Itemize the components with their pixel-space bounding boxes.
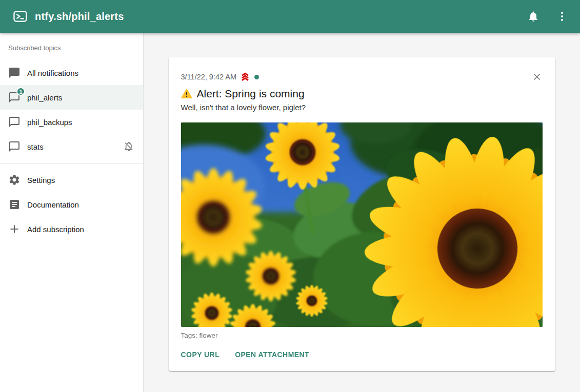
- plus-icon: [8, 223, 21, 235]
- notification-header: 3/11/22, 9:42 AM: [181, 71, 543, 83]
- notification-actions: COPY URL OPEN ATTACHMENT: [181, 346, 543, 363]
- appbar-actions: [527, 10, 569, 23]
- notification-title: Alert: Spring is coming: [197, 87, 305, 101]
- article-icon: [8, 198, 21, 211]
- sidebar-item-label: phil_alerts: [27, 93, 62, 102]
- bell-off-icon: [123, 140, 135, 153]
- notification-card: 3/11/22, 9:42 AM Alert: Spring is coming…: [169, 57, 555, 371]
- page-title: ntfy.sh/phil_alerts: [35, 11, 124, 23]
- sidebar-item-label: stats: [27, 142, 44, 151]
- notification-body: Well, isn't that a lovely flower, piglet…: [181, 102, 543, 113]
- warning-emoji-icon: [181, 88, 192, 99]
- sidebar-item-stats[interactable]: stats: [0, 134, 143, 159]
- sidebar-item-phil-alerts[interactable]: 1 phil_alerts: [0, 85, 143, 110]
- sidebar-item-label: Documentation: [27, 200, 79, 209]
- gear-icon: [8, 174, 21, 186]
- chat-bubble-outline-icon: 1: [8, 91, 21, 104]
- close-icon[interactable]: [531, 71, 543, 83]
- bell-icon[interactable]: [527, 10, 540, 23]
- sidebar-item-add-subscription[interactable]: Add subscription: [0, 217, 143, 241]
- sidebar-item-all-notifications[interactable]: All notifications: [0, 60, 143, 85]
- notification-title-row: Alert: Spring is coming: [181, 87, 543, 101]
- appbar: ntfy.sh/phil_alerts: [0, 0, 580, 33]
- open-attachment-button[interactable]: OPEN ATTACHMENT: [231, 346, 313, 363]
- sidebar-item-label: Settings: [27, 176, 55, 184]
- copy-url-button[interactable]: COPY URL: [177, 346, 224, 363]
- notification-timestamp: 3/11/22, 9:42 AM: [181, 73, 237, 81]
- notification-tags: Tags: flower: [181, 332, 543, 339]
- chat-bubble-outline-icon: [8, 140, 21, 153]
- sidebar-section-label: Subscribed topics: [0, 33, 143, 60]
- chat-bubble-filled-icon: [8, 67, 21, 79]
- sidebar-item-label: phil_backups: [27, 118, 72, 127]
- sidebar-item-phil-backups[interactable]: phil_backups: [0, 110, 143, 134]
- unread-dot: [254, 75, 259, 79]
- chat-bubble-outline-icon: [8, 116, 21, 128]
- unread-count-badge: 1: [16, 87, 25, 96]
- sidebar: Subscribed topics All notifications 1 ph…: [0, 33, 144, 392]
- terminal-icon: [13, 10, 27, 23]
- priority-max-icon: [239, 71, 251, 82]
- sidebar-item-label: All notifications: [27, 69, 78, 77]
- sidebar-item-settings[interactable]: Settings: [0, 168, 143, 192]
- attachment-sunflower-photo[interactable]: [181, 122, 543, 327]
- kebab-menu-icon[interactable]: [555, 10, 569, 23]
- sidebar-divider: [0, 163, 143, 163]
- main-content: 3/11/22, 9:42 AM Alert: Spring is coming…: [144, 33, 580, 392]
- sidebar-item-label: Add subscription: [27, 225, 84, 234]
- sidebar-item-documentation[interactable]: Documentation: [0, 192, 143, 217]
